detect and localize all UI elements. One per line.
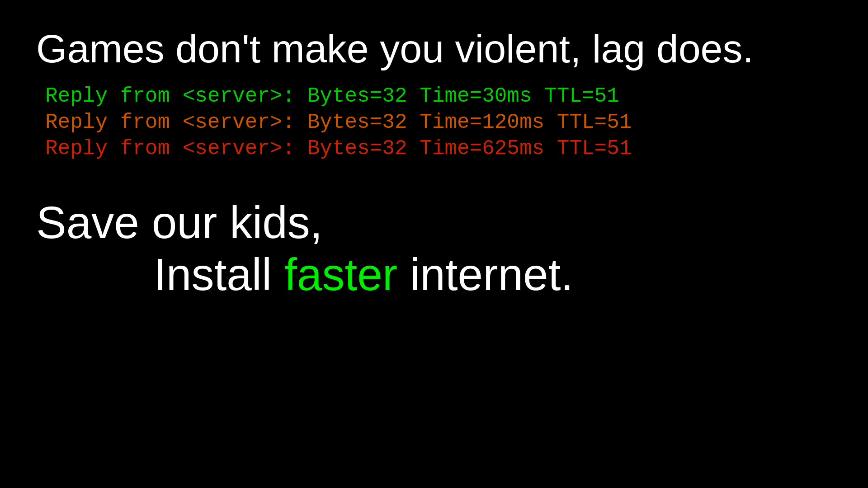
slogan-block: Save our kids, Install faster internet. [36,197,832,300]
main-container: Games don't make you violent, lag does. … [0,0,868,488]
slogan-line2-highlight: faster [284,249,397,300]
slogan-line-2: Install faster internet. [36,249,832,300]
headline-text: Games don't make you violent, lag does. [36,27,832,71]
slogan-line-1: Save our kids, [36,197,832,249]
ping-block: Reply from <server>: Bytes=32 Time=30ms … [36,84,832,160]
ping-line-2: Reply from <server>: Bytes=32 Time=120ms… [45,111,832,134]
slogan-line2-prefix: Install [154,249,284,300]
slogan-line2-suffix: internet. [397,249,573,300]
ping-line-1: Reply from <server>: Bytes=32 Time=30ms … [45,84,832,108]
ping-line-3: Reply from <server>: Bytes=32 Time=625ms… [45,137,832,160]
